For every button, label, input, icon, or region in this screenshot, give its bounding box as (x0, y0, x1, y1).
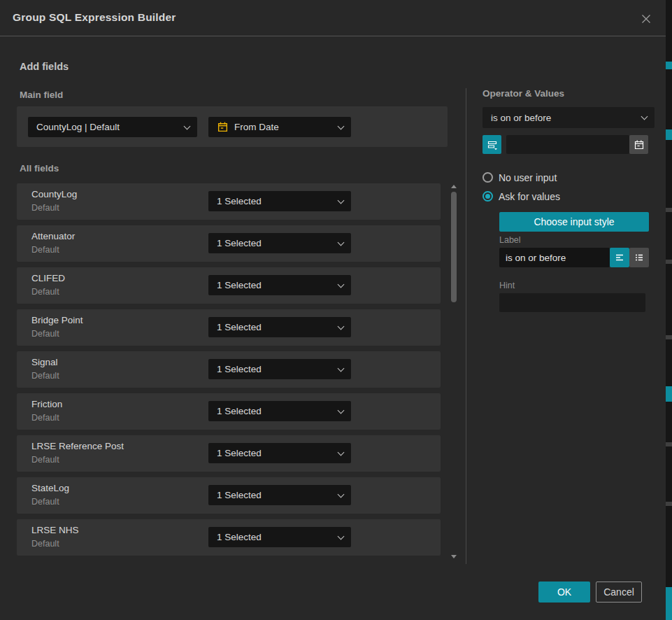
row-selection-select[interactable]: 1 Selected (208, 401, 351, 421)
field-row: Friction Default 1 Selected (17, 393, 441, 430)
field-name: LRSE Reference Post (31, 441, 124, 451)
chevron-down-icon (338, 323, 345, 330)
row-selection-select[interactable]: 1 Selected (208, 275, 351, 295)
field-subtitle: Default (31, 497, 59, 507)
chevron-down-icon (338, 122, 345, 129)
background-fragment (666, 260, 672, 264)
row-selection-value: 1 Selected (217, 364, 262, 374)
align-left-icon (614, 252, 625, 263)
close-icon (639, 12, 653, 26)
screen: Group SQL Expression Builder Add fields … (0, 0, 672, 620)
field-row: CountyLog Default 1 Selected (17, 183, 441, 220)
panel-divider (466, 88, 466, 564)
list-icon (634, 252, 645, 263)
chevron-down-icon (338, 407, 345, 414)
row-selection-select[interactable]: 1 Selected (208, 443, 351, 463)
field-subtitle: Default (31, 245, 59, 255)
row-selection-select[interactable]: 1 Selected (208, 317, 351, 337)
background-fragment (666, 587, 672, 620)
chevron-down-icon (338, 365, 345, 372)
row-selection-select[interactable]: 1 Selected (208, 527, 351, 547)
field-name: Attenuator (31, 231, 75, 241)
chevron-down-icon (184, 122, 191, 129)
main-field-select-value: From Date (234, 122, 279, 132)
label-style-list-button[interactable] (629, 248, 649, 267)
main-field-heading: Main field (20, 90, 63, 100)
ask-for-values-radio[interactable] (482, 191, 493, 202)
close-button[interactable] (636, 9, 656, 29)
field-subtitle: Default (31, 371, 59, 381)
date-picker-button[interactable] (629, 135, 648, 154)
row-selection-value: 1 Selected (217, 196, 262, 206)
chevron-down-icon (641, 113, 648, 120)
field-row: LRSE Reference Post Default 1 Selected (17, 435, 441, 472)
background-fragment (666, 62, 672, 69)
value-input[interactable] (506, 135, 629, 154)
field-row: Attenuator Default 1 Selected (17, 225, 441, 262)
scroll-down-arrow-icon[interactable] (451, 555, 457, 558)
choose-input-style-button[interactable]: Choose input style (499, 212, 649, 232)
field-name: LRSE NHS (31, 525, 79, 535)
field-subtitle: Default (31, 287, 59, 297)
chevron-down-icon (338, 281, 345, 288)
chevron-down-icon (338, 449, 345, 456)
field-subtitle: Default (31, 203, 59, 213)
field-name: Signal (31, 357, 58, 367)
row-selection-value: 1 Selected (217, 280, 262, 290)
row-selection-value: 1 Selected (217, 490, 262, 500)
field-subtitle: Default (31, 329, 59, 339)
calendar-icon (217, 121, 229, 133)
row-selection-select[interactable]: 1 Selected (208, 485, 351, 505)
row-selection-value: 1 Selected (217, 322, 262, 332)
field-row: StateLog Default 1 Selected (17, 477, 441, 514)
label-style-text-button[interactable] (610, 248, 629, 267)
field-name: StateLog (31, 483, 69, 493)
row-selection-value: 1 Selected (217, 238, 262, 248)
field-row: Bridge Point Default 1 Selected (17, 309, 441, 346)
calendar-icon (634, 139, 645, 150)
chevron-down-icon (338, 197, 345, 204)
chevron-down-icon (338, 533, 345, 540)
row-selection-select[interactable]: 1 Selected (208, 359, 351, 379)
group-sql-expression-builder-dialog: Group SQL Expression Builder Add fields … (0, 0, 666, 620)
field-name: Bridge Point (31, 315, 83, 325)
field-name: CLIFED (31, 273, 65, 283)
hint-input[interactable] (499, 293, 645, 312)
row-selection-value: 1 Selected (217, 448, 262, 458)
field-name: Friction (31, 399, 62, 409)
background-fragment (666, 208, 672, 212)
background-fragment (666, 129, 672, 140)
scrollbar-thumb[interactable] (451, 192, 457, 302)
field-row: Signal Default 1 Selected (17, 351, 441, 388)
add-fields-heading: Add fields (20, 61, 69, 72)
main-field-select[interactable]: From Date (208, 117, 351, 137)
background-app-sliver (666, 0, 672, 620)
main-field-row: CountyLog | Default From Date (17, 106, 448, 147)
scroll-up-arrow-icon[interactable] (451, 185, 457, 188)
row-selection-value: 1 Selected (217, 532, 262, 542)
label-caption: Label (499, 235, 521, 245)
background-fragment (666, 386, 672, 402)
field-row: CLIFED Default 1 Selected (17, 267, 441, 304)
main-layer-select[interactable]: CountyLog | Default (28, 117, 197, 137)
operator-select-value: is on or before (491, 113, 551, 123)
label-input[interactable] (499, 248, 610, 267)
field-subtitle: Default (31, 455, 59, 465)
main-layer-select-value: CountyLog | Default (36, 122, 120, 132)
dialog-title: Group SQL Expression Builder (13, 11, 176, 24)
field-row: LRSE NHS Default 1 Selected (17, 519, 441, 556)
input-mode-button[interactable] (482, 135, 501, 154)
row-selection-select[interactable]: 1 Selected (208, 233, 351, 253)
no-user-input-radio[interactable] (482, 172, 493, 183)
no-user-input-label: No user input (499, 172, 557, 183)
list-scrollbar[interactable] (450, 183, 457, 560)
field-subtitle: Default (31, 539, 59, 549)
operator-values-heading: Operator & Values (482, 88, 564, 99)
operator-select[interactable]: is on or before (482, 107, 655, 128)
cancel-button[interactable]: Cancel (596, 582, 642, 603)
hint-caption: Hint (499, 281, 515, 290)
ok-button[interactable]: OK (538, 582, 590, 603)
row-selection-select[interactable]: 1 Selected (208, 191, 351, 211)
field-list-icon (487, 139, 498, 150)
field-subtitle: Default (31, 413, 59, 423)
